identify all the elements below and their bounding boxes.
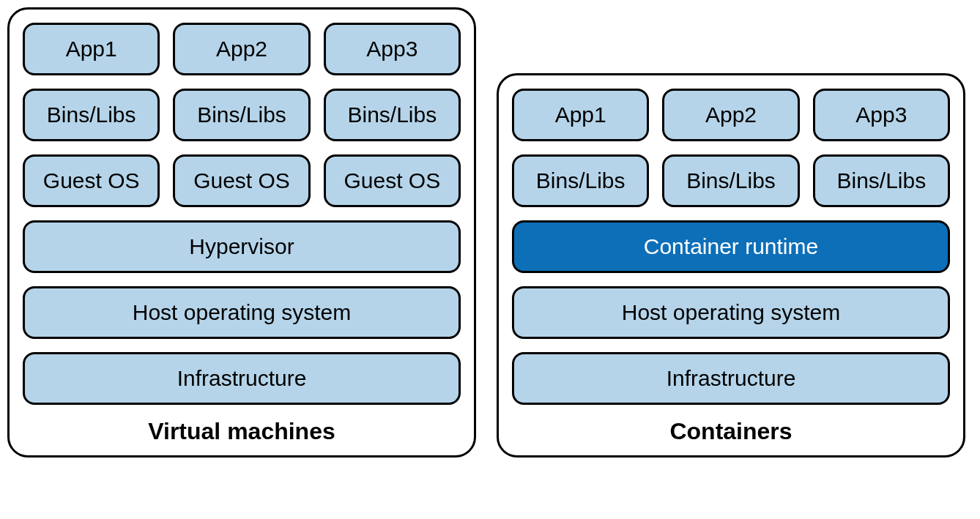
- ct-bins-row: Bins/Libs Bins/Libs Bins/Libs: [512, 154, 950, 207]
- vm-panel: App1 App2 App3 Bins/Libs Bins/Libs Bins/…: [7, 7, 476, 458]
- vm-host-os-box: Host operating system: [23, 286, 461, 339]
- vm-hypervisor-box: Hypervisor: [23, 220, 461, 273]
- vm-guest-row: Guest OS Guest OS Guest OS: [23, 154, 461, 207]
- ct-app-box: App1: [512, 89, 649, 141]
- vm-bins-box: Bins/Libs: [173, 89, 310, 141]
- ct-bins-box: Bins/Libs: [512, 154, 649, 207]
- ct-bins-box: Bins/Libs: [662, 154, 799, 207]
- vm-app-box: App3: [324, 23, 461, 75]
- vm-bins-row: Bins/Libs Bins/Libs Bins/Libs: [23, 89, 461, 141]
- vm-bins-box: Bins/Libs: [324, 89, 461, 141]
- containers-panel: App1 App2 App3 Bins/Libs Bins/Libs Bins/…: [497, 73, 965, 458]
- ct-host-row: Host operating system: [512, 286, 950, 339]
- ct-app-box: App2: [662, 89, 799, 141]
- vm-host-row: Host operating system: [23, 286, 461, 339]
- ct-apps-row: App1 App2 App3: [512, 89, 950, 141]
- ct-container-runtime-box: Container runtime: [512, 220, 950, 273]
- ct-title: Containers: [512, 415, 950, 449]
- vm-hypervisor-row: Hypervisor: [23, 220, 461, 273]
- vm-guest-os-box: Guest OS: [173, 154, 310, 207]
- vm-app-box: App2: [173, 23, 310, 75]
- vm-bins-box: Bins/Libs: [23, 89, 160, 141]
- ct-runtime-row: Container runtime: [512, 220, 950, 273]
- vm-guest-os-box: Guest OS: [23, 154, 160, 207]
- ct-app-box: App3: [813, 89, 950, 141]
- vm-apps-row: App1 App2 App3: [23, 23, 461, 75]
- vm-infra-row: Infrastructure: [23, 352, 461, 405]
- vm-guest-os-box: Guest OS: [324, 154, 461, 207]
- ct-host-os-box: Host operating system: [512, 286, 950, 339]
- ct-bins-box: Bins/Libs: [813, 154, 950, 207]
- ct-infra-row: Infrastructure: [512, 352, 950, 405]
- vm-title: Virtual machines: [23, 415, 461, 449]
- vm-infrastructure-box: Infrastructure: [23, 352, 461, 405]
- ct-infrastructure-box: Infrastructure: [512, 352, 950, 405]
- vm-app-box: App1: [23, 23, 160, 75]
